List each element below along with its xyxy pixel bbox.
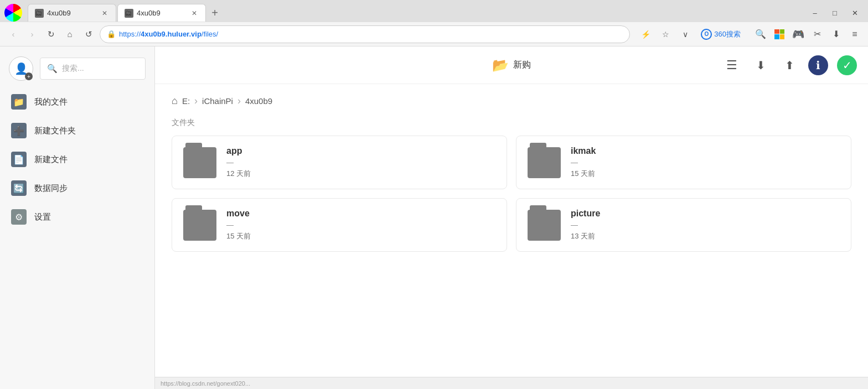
- tab-1-favicon: 🗂: [35, 9, 44, 18]
- sidebar-item-sync-label: 数据同步: [34, 183, 68, 194]
- address-bar: ‹ › ↻ ⌂ ↺ 🔒 https://4xu0b9.huluer.vip/fi…: [0, 22, 868, 46]
- list-view-button[interactable]: ☰: [722, 55, 742, 75]
- download-toolbar-icon[interactable]: ⬇: [828, 27, 844, 42]
- avatar-button[interactable]: 👤 +: [9, 56, 33, 81]
- check-button[interactable]: ✓: [837, 55, 857, 75]
- folder-dash-picture: —: [571, 221, 600, 229]
- folder-thumb-picture: [528, 210, 561, 241]
- search-engine-logo: O: [701, 29, 712, 40]
- browser-logo: [4, 4, 22, 22]
- sidebar-item-settings[interactable]: ⚙ 设置: [0, 203, 154, 231]
- new-purchase-icon: 📂: [492, 58, 509, 73]
- new-tab-button[interactable]: +: [207, 5, 223, 20]
- file-content: ⌂ E: › iChainPi › 4xu0b9 文件夹 app — 12 天前: [155, 84, 868, 377]
- folder-dash-ikmak: —: [571, 158, 596, 167]
- sidebar: 👤 + 🔍 搜索... 📁 我的文件 ➕ 新建文件夹 📄 新建文件 🔄 数据同步: [0, 46, 155, 389]
- info-button[interactable]: ℹ: [808, 55, 828, 75]
- home-icon: ⌂: [172, 95, 178, 107]
- sidebar-item-my-files[interactable]: 📁 我的文件: [0, 87, 154, 116]
- top-toolbar: 📂 新购 ☰ ⬇ ⬆ ℹ ✓: [155, 46, 868, 84]
- folder-name-app: app: [226, 146, 251, 156]
- back-button[interactable]: ‹: [6, 27, 21, 42]
- tab-bar: 🗂 4xu0b9 ✕ 🗂 4xu0b9 ✕ + – □ ✕: [0, 0, 868, 22]
- lightning-button[interactable]: ⚡: [638, 27, 653, 42]
- new-purchase-button[interactable]: 📂 新购: [492, 58, 531, 73]
- search-toolbar-icon[interactable]: 🔍: [753, 27, 768, 42]
- tab-1[interactable]: 🗂 4xu0b9 ✕: [28, 4, 116, 22]
- forward-button[interactable]: ›: [24, 27, 40, 42]
- new-file-icon: 📄: [11, 152, 27, 167]
- avatar-plus-icon: +: [25, 72, 33, 80]
- folder-info-move: move — 15 天前: [226, 209, 251, 241]
- folder-date-app: 12 天前: [226, 169, 251, 179]
- folder-grid: app — 12 天前 ikmak — 15 天前: [172, 136, 851, 252]
- sidebar-item-new-folder[interactable]: ➕ 新建文件夹: [0, 116, 154, 145]
- menu-icon[interactable]: ≡: [847, 27, 862, 42]
- folder-dash-move: —: [226, 221, 251, 229]
- chevron-down-button[interactable]: ∨: [678, 27, 693, 42]
- folder-name-picture: picture: [571, 209, 600, 219]
- url-box[interactable]: 🔒 https://4xu0b9.huluer.vip/files/: [100, 25, 630, 43]
- close-button[interactable]: ✕: [846, 6, 864, 19]
- gamepad-icon[interactable]: 🎮: [790, 27, 806, 42]
- folder-info-ikmak: ikmak — 15 天前: [571, 146, 596, 179]
- reload-tab-button[interactable]: ↺: [81, 27, 96, 42]
- minimize-button[interactable]: –: [806, 6, 824, 19]
- tab-2-close[interactable]: ✕: [190, 9, 199, 18]
- breadcrumb-sep-1: ›: [194, 95, 198, 107]
- folder-thumb-ikmak: [528, 147, 561, 178]
- folder-info-picture: picture — 13 天前: [571, 209, 600, 241]
- folder-card-move[interactable]: move — 15 天前: [172, 198, 507, 252]
- ms-grid: [774, 29, 784, 39]
- windows-icon[interactable]: [772, 27, 787, 42]
- upload-button[interactable]: ⬆: [779, 55, 799, 75]
- search-placeholder: 搜索...: [62, 64, 84, 74]
- folder-dash-app: —: [226, 158, 251, 167]
- breadcrumb-part-2[interactable]: 4xu0b9: [245, 96, 272, 106]
- status-bar: https://blog.csdn.net/gonext020...: [155, 377, 868, 389]
- app-layout: 👤 + 🔍 搜索... 📁 我的文件 ➕ 新建文件夹 📄 新建文件 🔄 数据同步: [0, 46, 868, 389]
- star-button[interactable]: ☆: [658, 27, 673, 42]
- folder-info-app: app — 12 天前: [226, 146, 251, 179]
- sidebar-item-settings-label: 设置: [34, 212, 51, 222]
- folder-card-picture[interactable]: picture — 13 天前: [516, 198, 851, 252]
- tab-2-favicon: 🗂: [125, 9, 133, 18]
- breadcrumb-part-0[interactable]: E:: [182, 96, 190, 106]
- sidebar-item-new-file[interactable]: 📄 新建文件: [0, 145, 154, 174]
- folder-card-ikmak[interactable]: ikmak — 15 天前: [516, 136, 851, 189]
- maximize-button[interactable]: □: [826, 6, 844, 19]
- download-button[interactable]: ⬇: [751, 55, 771, 75]
- sidebar-item-new-file-label: 新建文件: [34, 154, 68, 165]
- lock-icon: 🔒: [107, 30, 116, 38]
- folder-date-ikmak: 15 天前: [571, 169, 596, 179]
- breadcrumb-part-1[interactable]: iChainPi: [202, 96, 233, 106]
- search-icon: 🔍: [47, 64, 58, 74]
- sidebar-item-new-folder-label: 新建文件夹: [34, 126, 76, 136]
- folder-date-move: 15 天前: [226, 231, 251, 241]
- folder-card-app[interactable]: app — 12 天前: [172, 136, 507, 189]
- browser-toolbar-icons: 🔍 🎮 ✂ ⬇ ≡: [753, 27, 862, 42]
- scissors-icon[interactable]: ✂: [809, 27, 825, 42]
- browser-chrome: 🗂 4xu0b9 ✕ 🗂 4xu0b9 ✕ + – □ ✕ ‹ › ↻ ⌂ ↺ …: [0, 0, 868, 46]
- tab-2[interactable]: 🗂 4xu0b9 ✕: [117, 4, 206, 22]
- search-engine[interactable]: O 360搜索: [696, 28, 745, 41]
- status-bar-text: https://blog.csdn.net/gonext020...: [161, 380, 250, 387]
- toolbar-right-buttons: ☰ ⬇ ⬆ ℹ ✓: [722, 55, 857, 75]
- search-box[interactable]: 🔍 搜索...: [40, 58, 146, 80]
- sidebar-item-my-files-label: 我的文件: [34, 97, 68, 107]
- url-text: https://4xu0b9.huluer.vip/files/: [119, 30, 218, 38]
- tab-2-title: 4xu0b9: [137, 9, 188, 17]
- tab-1-title: 4xu0b9: [47, 9, 98, 17]
- search-engine-label: 360搜索: [714, 29, 741, 39]
- window-controls: – □ ✕: [806, 6, 864, 19]
- tab-1-close[interactable]: ✕: [100, 9, 109, 18]
- home-button[interactable]: ⌂: [62, 27, 78, 42]
- breadcrumb-sep-2: ›: [237, 95, 241, 107]
- new-folder-icon: ➕: [11, 123, 27, 138]
- folder-thumb-app: [183, 147, 216, 178]
- folders-section-label: 文件夹: [172, 118, 851, 128]
- refresh-button[interactable]: ↻: [43, 27, 59, 42]
- folder-date-picture: 13 天前: [571, 231, 600, 241]
- main-content: 📂 新购 ☰ ⬇ ⬆ ℹ ✓ ⌂ E: › iChainPi › 4xu0b9: [155, 46, 868, 389]
- sidebar-item-sync[interactable]: 🔄 数据同步: [0, 174, 154, 203]
